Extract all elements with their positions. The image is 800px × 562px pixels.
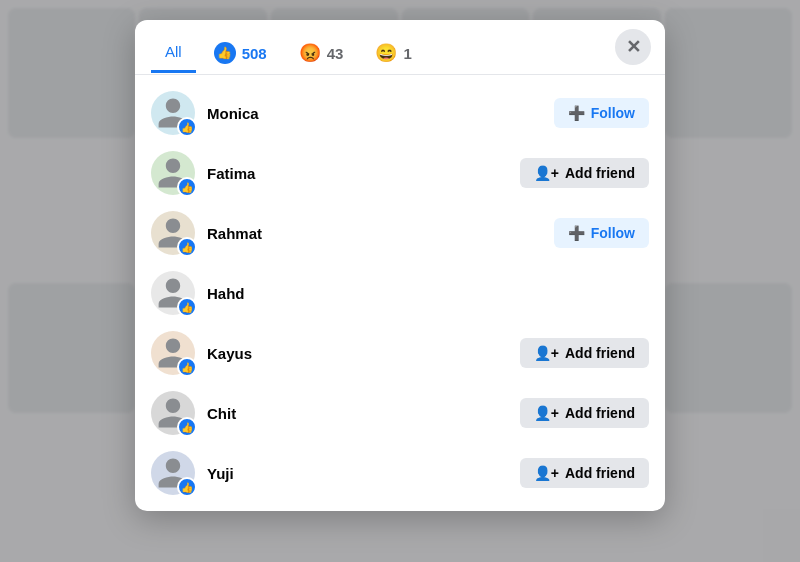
avatar-wrap-yuji: 👍 (151, 451, 195, 495)
follow-icon-rahmat: ➕ (568, 225, 585, 241)
follow-label-monica: Follow (591, 105, 635, 121)
person-name-rahmat: Rahmat (207, 225, 542, 242)
avatar-wrap-rahmat: 👍 (151, 211, 195, 255)
add-friend-button-yuji[interactable]: 👤+Add friend (520, 458, 649, 488)
person-row-kayus[interactable]: 👍Kayus👤+Add friend (135, 323, 665, 383)
avatar-badge-kayus: 👍 (177, 357, 197, 377)
add-friend-icon-fatima: 👤+ (534, 165, 559, 181)
reactions-modal: All 👍 508 😡 43 😄 1 ✕ (135, 20, 665, 511)
person-name-hahd: Hahd (207, 285, 649, 302)
person-row-yuji[interactable]: 👍Yuji👤+Add friend (135, 443, 665, 503)
avatar-badge-chit: 👍 (177, 417, 197, 437)
avatar-badge-hahd: 👍 (177, 297, 197, 317)
avatar-badge-fatima: 👍 (177, 177, 197, 197)
avatar-badge-rahmat: 👍 (177, 237, 197, 257)
tab-haha[interactable]: 😄 1 (361, 32, 425, 74)
person-row-rahmat[interactable]: 👍Rahmat➕Follow (135, 203, 665, 263)
tab-all[interactable]: All (151, 33, 196, 73)
angry-emoji: 😡 (299, 42, 321, 64)
tab-haha-count: 1 (403, 45, 411, 62)
follow-icon-monica: ➕ (568, 105, 585, 121)
tab-all-label: All (165, 43, 182, 60)
avatar-wrap-fatima: 👍 (151, 151, 195, 195)
tab-likes-count: 508 (242, 45, 267, 62)
tab-angry-count: 43 (327, 45, 344, 62)
modal-backdrop: All 👍 508 😡 43 😄 1 ✕ (0, 0, 800, 562)
person-name-monica: Monica (207, 105, 542, 122)
add-friend-label-kayus: Add friend (565, 345, 635, 361)
add-friend-icon-kayus: 👤+ (534, 345, 559, 361)
person-row-fatima[interactable]: 👍Fatima👤+Add friend (135, 143, 665, 203)
add-friend-label-chit: Add friend (565, 405, 635, 421)
people-list: 👍Monica➕Follow 👍Fatima👤+Add friend 👍Rahm… (135, 75, 665, 511)
avatar-badge-yuji: 👍 (177, 477, 197, 497)
like-icon: 👍 (214, 42, 236, 64)
add-friend-label-fatima: Add friend (565, 165, 635, 181)
person-row-chit[interactable]: 👍Chit👤+Add friend (135, 383, 665, 443)
avatar-wrap-hahd: 👍 (151, 271, 195, 315)
follow-button-rahmat[interactable]: ➕Follow (554, 218, 649, 248)
person-row-monica[interactable]: 👍Monica➕Follow (135, 83, 665, 143)
add-friend-icon-chit: 👤+ (534, 405, 559, 421)
person-name-fatima: Fatima (207, 165, 508, 182)
tabs-container: All 👍 508 😡 43 😄 1 ✕ (135, 20, 665, 75)
person-name-kayus: Kayus (207, 345, 508, 362)
add-friend-button-kayus[interactable]: 👤+Add friend (520, 338, 649, 368)
add-friend-button-chit[interactable]: 👤+Add friend (520, 398, 649, 428)
person-name-yuji: Yuji (207, 465, 508, 482)
avatar-badge-monica: 👍 (177, 117, 197, 137)
follow-button-monica[interactable]: ➕Follow (554, 98, 649, 128)
close-button[interactable]: ✕ (615, 29, 651, 65)
person-row-hahd[interactable]: 👍Hahd (135, 263, 665, 323)
tab-likes[interactable]: 👍 508 (200, 32, 281, 74)
avatar-wrap-chit: 👍 (151, 391, 195, 435)
person-name-chit: Chit (207, 405, 508, 422)
close-icon: ✕ (626, 36, 641, 58)
haha-emoji: 😄 (375, 42, 397, 64)
add-friend-button-fatima[interactable]: 👤+Add friend (520, 158, 649, 188)
add-friend-label-yuji: Add friend (565, 465, 635, 481)
avatar-wrap-kayus: 👍 (151, 331, 195, 375)
follow-label-rahmat: Follow (591, 225, 635, 241)
add-friend-icon-yuji: 👤+ (534, 465, 559, 481)
tab-angry[interactable]: 😡 43 (285, 32, 358, 74)
avatar-wrap-monica: 👍 (151, 91, 195, 135)
